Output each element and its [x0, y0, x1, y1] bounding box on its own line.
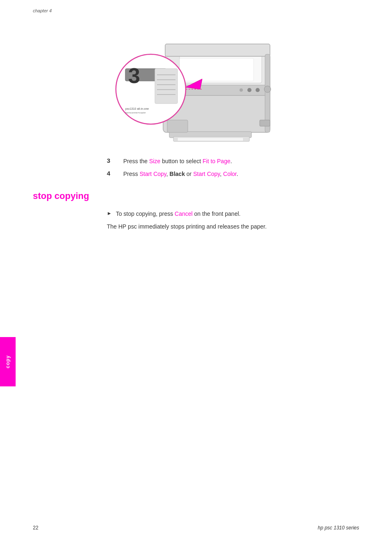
svg-rect-12	[167, 120, 188, 132]
chapter-label: chapter 4	[33, 8, 359, 13]
stop-copying-title: stop copying	[33, 191, 359, 201]
svg-point-27	[264, 86, 271, 92]
side-tab-label: copy	[5, 355, 11, 368]
footer-page-number: 22	[33, 525, 38, 531]
step-4-text: Press Start Copy, Black or Start Copy, C…	[123, 170, 238, 178]
step-4-black-highlight: Black	[170, 171, 185, 177]
steps-list: 3 Press the Size button to select Fit to…	[107, 157, 359, 178]
svg-rect-16	[155, 69, 178, 104]
step-3-fittopage-highlight: Fit to Page	[203, 158, 231, 164]
step-4-color-highlight: Color	[223, 171, 237, 177]
svg-rect-11	[180, 58, 254, 81]
bullet-text: To stop copying, press Cancel on the fro…	[116, 210, 241, 218]
bullet-item: ► To stop copying, press Cancel on the f…	[107, 210, 359, 218]
svg-rect-10	[178, 138, 243, 141]
step-3-number: 3	[107, 157, 119, 164]
step-3-size-highlight: Size	[149, 158, 160, 164]
svg-point-5	[247, 88, 251, 92]
page-container: chapter 4	[0, 0, 392, 543]
step-3: 3 Press the Size button to select Fit to…	[107, 157, 359, 166]
step-4-startcopy1-highlight: Start Copy	[140, 171, 166, 177]
printer-illustration: 3 psc1310 all-in-one fax•scanner•copier	[97, 21, 295, 145]
svg-point-7	[240, 88, 243, 92]
side-tab: copy	[0, 337, 16, 386]
svg-point-6	[256, 88, 260, 92]
step-4: 4 Press Start Copy, Black or Start Copy,…	[107, 170, 359, 178]
cancel-highlight: Cancel	[175, 210, 193, 217]
svg-text:psc1310 all-in-one: psc1310 all-in-one	[125, 107, 149, 111]
svg-rect-3	[165, 44, 270, 56]
step-4-startcopy2-highlight: Start Copy	[193, 171, 220, 177]
note-text: The HP psc immediately stops printing an…	[107, 222, 359, 231]
step-3-text: Press the Size button to select Fit to P…	[123, 157, 232, 166]
footer-product-name: hp psc 1310 series	[318, 525, 359, 531]
svg-text:fax•scanner•copier: fax•scanner•copier	[125, 111, 146, 114]
bullet-section: ► To stop copying, press Cancel on the f…	[107, 210, 359, 218]
svg-text:3: 3	[128, 64, 140, 88]
svg-rect-28	[260, 120, 270, 126]
step-4-number: 4	[107, 170, 119, 177]
bullet-arrow-icon: ►	[107, 210, 112, 216]
illustration-area: 3 psc1310 all-in-one fax•scanner•copier	[33, 21, 359, 145]
footer: 22 hp psc 1310 series	[33, 525, 359, 531]
